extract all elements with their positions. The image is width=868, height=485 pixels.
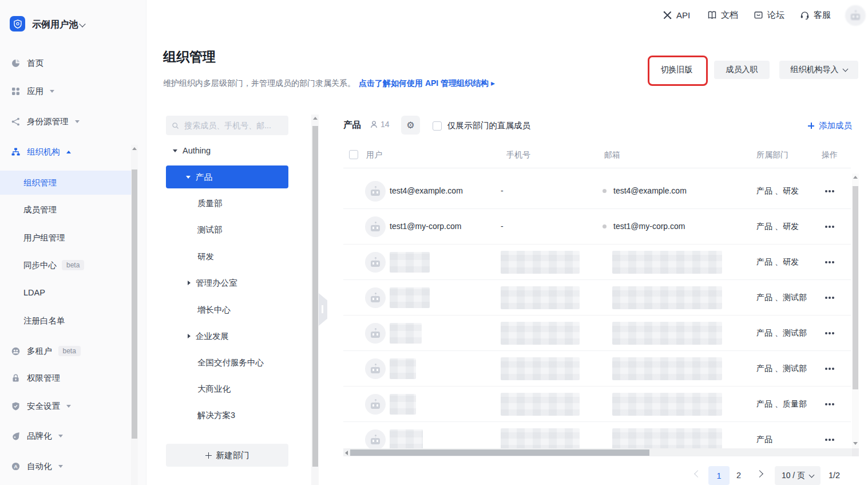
direct-members-filter: 仅展示部门的直属成员 [433,120,530,131]
robot-avatar [365,429,386,448]
workspace-logo[interactable] [10,16,25,31]
member-onboarding-button[interactable]: 成员入职 [714,61,770,79]
home-icon [11,58,21,68]
topbar-docs-link[interactable]: 文档 [707,9,738,21]
more-actions-icon[interactable] [825,439,827,441]
more-actions-icon[interactable] [825,261,827,263]
tree-node[interactable]: 企业发展 [188,329,229,343]
tree-node[interactable]: 测试部 [197,223,223,236]
more-actions-icon[interactable] [825,403,827,405]
sidebar-item-identity-sources[interactable]: 身份源管理 [11,113,80,129]
caret-down-icon[interactable] [186,176,191,179]
tree-node[interactable]: 全国交付服务中心 [197,356,264,369]
sidebar-item-apps[interactable]: 应用 [11,83,54,99]
switch-old-version-button[interactable]: 切换旧版 [653,61,700,79]
sidebar-item-permission[interactable]: 权限管理 [11,370,60,386]
sidebar-item-ldap[interactable]: LDAP [0,285,131,301]
more-actions-icon[interactable] [825,190,827,192]
sidebar-item-automation[interactable]: A 自动化 [11,458,63,474]
select-all-checkbox[interactable] [349,150,358,159]
caret-right-icon[interactable] [188,334,191,338]
sidebar-item-label: 权限管理 [27,373,60,384]
robot-avatar [365,394,386,415]
more-actions-icon[interactable] [825,368,827,370]
topbar-forum-link[interactable]: 论坛 [754,9,784,21]
tree-node[interactable]: 质量部 [197,196,223,210]
svg-text:A: A [14,463,18,469]
tree-node[interactable]: 增长中心 [197,303,231,317]
caret-down-icon[interactable] [173,149,177,152]
table-horizontal-scrollbar[interactable] [343,448,859,456]
caret-right-icon[interactable] [188,281,191,285]
tree-node[interactable]: 大商业化 [197,382,231,396]
scrollbar-down-icon[interactable] [853,442,858,445]
tree-node-selected[interactable]: 产品 [166,165,288,188]
page-1-button[interactable]: 1 [708,466,730,485]
chevron-down-icon [58,465,63,468]
shield-check-icon [11,401,21,411]
scrollbar-left-icon[interactable] [345,451,348,455]
sidebar-item-multi-tenant[interactable]: 多租户 beta [11,343,81,359]
chevron-down-icon[interactable] [79,21,85,27]
page-2-button[interactable]: 2 [736,471,741,480]
workspace-name[interactable]: 示例用户池 [32,19,78,31]
user-avatar[interactable] [845,5,866,26]
cell-email: test1@my-corp.com [603,222,685,231]
tree-node-label: 测试部 [197,224,223,235]
tree-node[interactable]: 研发 [197,250,214,263]
tree-search-box[interactable] [166,116,288,135]
table-settings-button[interactable] [401,116,420,135]
more-actions-icon[interactable] [825,226,827,228]
tree-node[interactable]: 解决方案3 [197,408,235,422]
more-actions-icon[interactable] [825,297,827,299]
table-hscrollbar-thumb[interactable] [350,449,649,456]
scrollbar-up-icon[interactable] [853,176,858,179]
cell-departments: 产品 、测试部 [756,364,807,374]
tree-node[interactable]: 管理办公室 [188,276,237,290]
sidebar-item-security[interactable]: 安全设置 [11,398,71,414]
table-vscrollbar-thumb[interactable] [853,186,858,389]
redacted-email-cell [612,251,722,274]
sidebar-item-register-whitelist[interactable]: 注册白名单 [0,313,131,329]
sidebar-item-user-group-management[interactable]: 用户组管理 [0,230,131,246]
sidebar-item-label: 安全设置 [27,401,60,412]
next-page-button[interactable] [756,470,763,478]
new-department-button[interactable]: 新建部门 [166,444,288,467]
tree-scrollbar[interactable] [311,115,319,485]
sidebar-item-home[interactable]: 首页 [11,55,43,71]
col-actions: 操作 [822,150,838,160]
topbar-api-link[interactable]: API [663,9,690,21]
plus-icon [205,452,212,459]
scrollbar-up-icon[interactable] [132,147,137,150]
topbar-support-link[interactable]: 客服 [800,9,831,21]
cell-user: test4@example.com [390,186,463,195]
tree-node-root[interactable]: Authing [173,144,211,157]
tree-scrollbar-thumb[interactable] [312,126,318,467]
robot-avatar [365,358,386,379]
org-import-button[interactable]: 组织机构导入 [779,61,858,79]
sidebar-scrollbar[interactable] [131,145,138,485]
tree-search-input[interactable] [183,120,283,131]
add-member-button[interactable]: 添加成员 [808,120,852,131]
scrollbar-up-icon[interactable] [313,117,318,120]
sidebar-item-branding[interactable]: 品牌化 [11,428,63,444]
table-row: 产品 、测试部 [343,280,851,316]
sidebar-item-organization[interactable]: 组织机构 [11,144,71,160]
member-count: 14 [370,120,390,129]
sidebar-item-sync-center[interactable]: 同步中心 beta [0,257,131,273]
page-description: 维护组织内多层级部门，并管理成员的部门隶属关系。点击了解如何使用 API 管理组… [163,78,495,89]
more-actions-icon[interactable] [825,332,827,334]
sidebar-item-org-management[interactable]: 组织管理 [0,171,131,195]
direct-members-checkbox[interactable] [433,121,442,131]
col-departments: 所属部门 [756,150,788,160]
cell-phone: - [501,222,504,231]
page-description-text: 维护组织内多层级部门，并管理成员的部门隶属关系。 [163,78,355,88]
table-vertical-scrollbar[interactable] [852,174,859,448]
sidebar-item-member-management[interactable]: 成员管理 [0,202,131,218]
status-dot [603,189,607,193]
api-help-link[interactable]: 点击了解如何使用 API 管理组织结构 ▸ [359,78,495,88]
page-size-select[interactable]: 10 / 页 [775,466,821,485]
sidebar-scrollbar-thumb[interactable] [132,169,137,439]
panel-collapse-handle[interactable] [319,293,327,326]
prev-page-button[interactable] [694,470,701,478]
